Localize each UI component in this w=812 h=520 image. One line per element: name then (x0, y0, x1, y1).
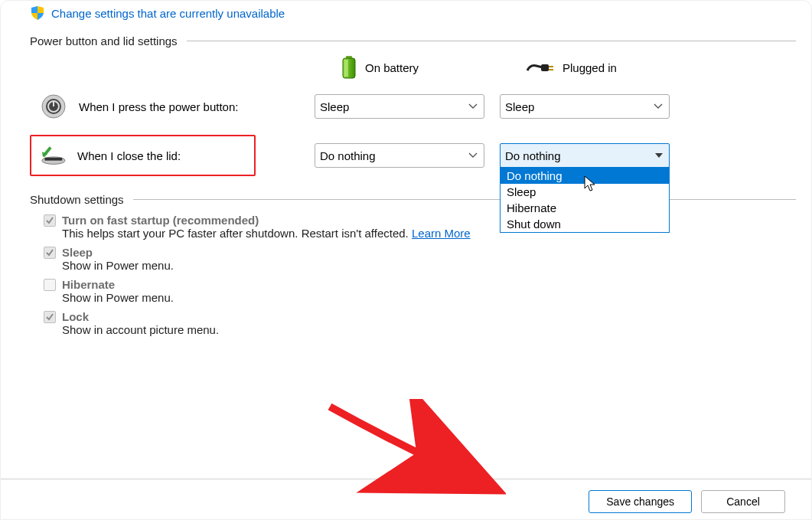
power-button-battery-select[interactable]: Sleep (315, 94, 484, 119)
laptop-lid-icon (38, 141, 67, 170)
power-button-lid-group-header: Power button and lid settings (30, 34, 796, 47)
plug-icon (526, 60, 555, 75)
svg-rect-5 (549, 69, 553, 70)
svg-rect-11 (45, 158, 63, 161)
plugged-in-column-label: Plugged in (563, 61, 617, 74)
power-button-icon (39, 92, 68, 121)
power-button-plugged-select[interactable]: Sleep (500, 94, 670, 119)
dropdown-option-sleep[interactable]: Sleep (501, 184, 669, 200)
sleep-checkbox[interactable] (44, 247, 56, 259)
dropdown-option-shut-down[interactable]: Shut down (501, 216, 669, 232)
save-changes-button[interactable]: Save changes (589, 490, 692, 513)
fast-startup-label: Turn on fast startup (recommended) (62, 214, 259, 227)
power-button-row-label: When I press the power button: (79, 100, 238, 113)
hibernate-desc: Show in Power menu. (62, 291, 796, 304)
close-lid-row-label: When I close the lid: (77, 149, 181, 162)
shutdown-settings-group-header: Shutdown settings (30, 193, 796, 206)
on-battery-column-label: On battery (365, 61, 419, 74)
svg-rect-3 (541, 64, 549, 71)
sleep-desc: Show in Power menu. (62, 259, 796, 272)
lock-label: Lock (62, 310, 89, 323)
close-lid-plugged-dropdown[interactable]: Do nothing Sleep Hibernate Shut down (500, 167, 670, 233)
cancel-button[interactable]: Cancel (701, 490, 785, 513)
close-lid-plugged-select[interactable]: Do nothing (500, 143, 670, 168)
close-lid-battery-select[interactable]: Do nothing (315, 143, 484, 168)
hibernate-checkbox[interactable] (44, 279, 56, 291)
dropdown-option-hibernate[interactable]: Hibernate (501, 200, 669, 216)
svg-rect-4 (549, 66, 553, 67)
uac-shield-icon (30, 5, 45, 21)
svg-rect-9 (53, 100, 54, 106)
battery-icon (341, 55, 357, 80)
learn-more-link[interactable]: Learn More (412, 227, 471, 240)
close-lid-highlight-box: When I close the lid: (30, 135, 256, 176)
sleep-label: Sleep (62, 246, 93, 259)
fast-startup-desc: This helps start your PC faster after sh… (62, 227, 412, 240)
lock-desc: Show in account picture menu. (62, 323, 796, 336)
fast-startup-checkbox[interactable] (44, 214, 56, 227)
dropdown-option-do-nothing[interactable]: Do nothing (501, 168, 669, 184)
hibernate-label: Hibernate (62, 278, 115, 291)
svg-rect-2 (344, 60, 348, 77)
change-unavailable-settings-link[interactable]: Change settings that are currently unava… (51, 7, 285, 20)
lock-checkbox[interactable] (44, 311, 56, 323)
